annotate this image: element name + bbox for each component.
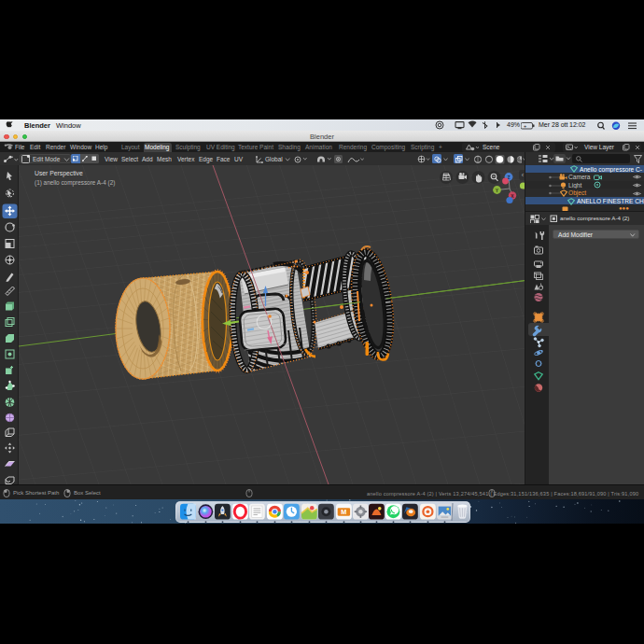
svg-text:(1) anello compressore A-4 (2): (1) anello compressore A-4 (2) (35, 179, 115, 187)
svg-text:+: + (524, 122, 526, 128)
svg-text:User Perspective: User Perspective (35, 170, 83, 177)
svg-text:M: M (341, 507, 346, 515)
svg-text:Z: Z (507, 175, 510, 180)
